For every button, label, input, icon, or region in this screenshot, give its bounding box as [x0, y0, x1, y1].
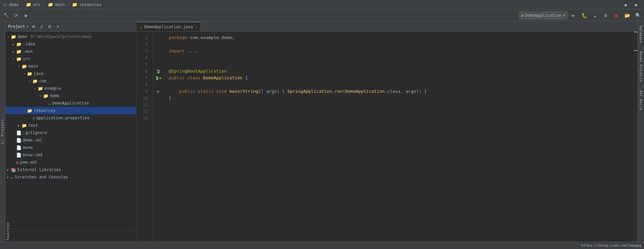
- line-num-13: 13: [137, 115, 150, 122]
- run-main-class-btn[interactable]: ▶: [159, 76, 162, 80]
- tree-item-mvnw-cmd[interactable]: 📄 mvnw.cmd: [5, 151, 136, 159]
- title-bar: 🗂 demo › 📁 src › 📁 main › 📁 resources ◀ …: [0, 0, 644, 9]
- gutter-1: [153, 34, 163, 41]
- demo-root-label: demo D:\WorkSpace\private\demo: [17, 34, 92, 39]
- debug-button[interactable]: 🐛: [579, 11, 589, 20]
- database-tab[interactable]: Database: [638, 23, 643, 46]
- spring-class-icon: 🍃: [155, 76, 159, 80]
- sync-btn[interactable]: ⟳: [11, 11, 21, 20]
- code-line-13: [169, 115, 634, 122]
- project-name: demo: [9, 2, 19, 7]
- tree-item-demo-root[interactable]: ▾ 📁 demo D:\WorkSpace\private\demo: [5, 33, 136, 40]
- tree-item-test[interactable]: ▶ 📁 test: [5, 122, 136, 129]
- profile-btn[interactable]: ⏸: [601, 11, 610, 20]
- breadcrumb-resources: resources: [79, 2, 101, 7]
- ant-build-tab[interactable]: Ant Build: [638, 88, 643, 113]
- main-label: main: [28, 64, 38, 69]
- project-tree: ▾ 📁 demo D:\WorkSpace\private\demo ▶ 📁 .…: [5, 32, 136, 232]
- code-line-12: [169, 108, 634, 115]
- tree-item-example[interactable]: ▾ 📁 example: [5, 85, 136, 92]
- tree-item-main[interactable]: ▾ 📁 main: [5, 63, 136, 70]
- browse-files-btn[interactable]: 📂: [622, 11, 632, 20]
- project-sidebar: Project ▾ ⊕ ⤢ ⚙ × ▾ 📁 demo D:\WorkSpace\…: [5, 22, 137, 242]
- right-panel-tabs: Database Maven Projects Ant Build: [637, 22, 644, 242]
- code-line-9: public static void main ( String [] args…: [169, 88, 634, 95]
- mvnw-cmd-label: mvnw.cmd: [23, 153, 42, 157]
- indicator-mid: [634, 50, 637, 51]
- tree-item-java[interactable]: ▾ 📁 java: [5, 70, 136, 77]
- tree-item-scratches[interactable]: ▶ ✏ Scratches and Consoles: [5, 173, 136, 181]
- line-numbers: 1 2 3 4 5 6 7 8 9 10 11 12 13: [137, 32, 153, 242]
- run-config-name: DemoApplication: [525, 13, 561, 18]
- resources-label: resources: [34, 108, 55, 113]
- pom-icon: m: [16, 160, 19, 165]
- demo-pkg-label: demo: [50, 93, 60, 98]
- content-row: 1: Project Project ▾ ⊕ ⤢ ⚙ × ▾ 📁: [0, 22, 644, 242]
- line-num-9: 9: [137, 88, 150, 95]
- close-sidebar-btn[interactable]: ×: [54, 23, 61, 30]
- code-area[interactable]: package com.example.demo; import ...; @S…: [163, 32, 634, 242]
- run-config-app-icon: ●: [521, 13, 524, 18]
- run-config-selector[interactable]: ● DemoApplication ▾: [519, 11, 568, 20]
- tree-item-mvn[interactable]: ▶ 📁 .mvn: [5, 48, 136, 55]
- settings-btn[interactable]: ⚙: [46, 23, 53, 30]
- stop-btn[interactable]: ■: [612, 11, 621, 20]
- editor-area: ☕ DemoApplication.java × 1 2 3 4 5 6 7 8: [137, 22, 637, 242]
- nav-forward-btn[interactable]: ▶: [632, 0, 641, 9]
- search-everywhere-btn[interactable]: 🔍: [633, 11, 643, 20]
- line-num-3: 3: [137, 48, 150, 54]
- gutter-12: [153, 108, 163, 115]
- sidebar-title: Project: [8, 24, 25, 29]
- resources-folder-icon: 📁: [27, 108, 32, 113]
- nav-back-btn[interactable]: ◀: [620, 0, 630, 9]
- gutter-2: [153, 41, 163, 48]
- sidebar-dropdown-arrow[interactable]: ▾: [27, 24, 29, 29]
- mvnw-icon: 📄: [16, 145, 22, 150]
- code-line-3: import ...;: [169, 48, 634, 54]
- tree-item-demo-iml[interactable]: 📄 demo.iml: [5, 136, 136, 144]
- gutter-icons: 🍃 🍃 ▶ ▶: [153, 32, 163, 242]
- locate-btn[interactable]: ⊕: [30, 23, 37, 30]
- coverage-btn[interactable]: ☁: [590, 11, 600, 20]
- tree-item-pom[interactable]: m pom.xml: [5, 159, 136, 166]
- test-folder-icon: 📁: [22, 123, 27, 128]
- run-button[interactable]: ▶: [569, 11, 578, 20]
- run-main-method-btn[interactable]: ▶: [157, 89, 159, 94]
- gutter-6: 🍃: [153, 68, 163, 75]
- tree-item-resources[interactable]: ▾ 📁 resources: [5, 107, 136, 114]
- tree-item-external-libs[interactable]: ▶ 📚 External Libraries: [5, 166, 136, 173]
- gitignore-icon: 📄: [16, 130, 22, 135]
- gutter-4: [153, 54, 163, 61]
- status-url: https://blog.csdn.net/wwqqq: [581, 243, 641, 248]
- build-btn[interactable]: 🔨: [1, 11, 11, 20]
- src-label: src: [23, 56, 30, 61]
- tab-demo-application[interactable]: ☕ DemoApplication.java ×: [137, 22, 201, 31]
- tree-item-src[interactable]: ▾ 📁 src: [5, 55, 136, 63]
- tab-divider-1: [638, 47, 644, 47]
- line-num-5: 5: [137, 61, 150, 68]
- toolbar-right-icons: ▶ 🐛 ☁ ⏸ ■ 📂 🔍: [569, 11, 643, 20]
- code-line-2: [169, 41, 634, 48]
- collapse-all-btn[interactable]: ⤢: [38, 23, 45, 30]
- run-config-chevron: ▾: [563, 13, 565, 18]
- tab-divider-2: [638, 86, 644, 86]
- demo-application-label: DemoApplication: [52, 101, 89, 106]
- tree-item-com[interactable]: ▾ 📁 com: [5, 77, 136, 85]
- tree-item-mvnw[interactable]: 📄 mvnw: [5, 144, 136, 151]
- title-bar-left: 🗂 demo › 📁 src › 📁 main › 📁 resources: [3, 2, 618, 7]
- favorites-label: Favorites: [6, 222, 10, 240]
- code-line-8: [169, 81, 634, 88]
- tree-item-app-props[interactable]: ⚙ application.properties: [5, 114, 136, 122]
- external-libs-label: External Libraries: [17, 167, 61, 172]
- tree-item-gitignore[interactable]: 📄 .gitignore: [5, 129, 136, 136]
- gitignore-label: .gitignore: [23, 130, 47, 135]
- maven-projects-tab[interactable]: Maven Projects: [638, 49, 643, 85]
- idea-label: .idea: [23, 42, 35, 46]
- com-folder-icon: 📁: [32, 79, 38, 84]
- tab-close-btn[interactable]: ×: [195, 25, 197, 29]
- tree-item-demo-application[interactable]: ☕ DemoApplication: [5, 99, 136, 107]
- tree-item-demo-pkg[interactable]: ▾ 📁 demo: [5, 92, 136, 99]
- run-all-btn[interactable]: ▶: [22, 11, 31, 20]
- tree-item-idea[interactable]: ▶ 📁 .idea: [5, 40, 136, 48]
- line-num-12: 12: [137, 108, 150, 115]
